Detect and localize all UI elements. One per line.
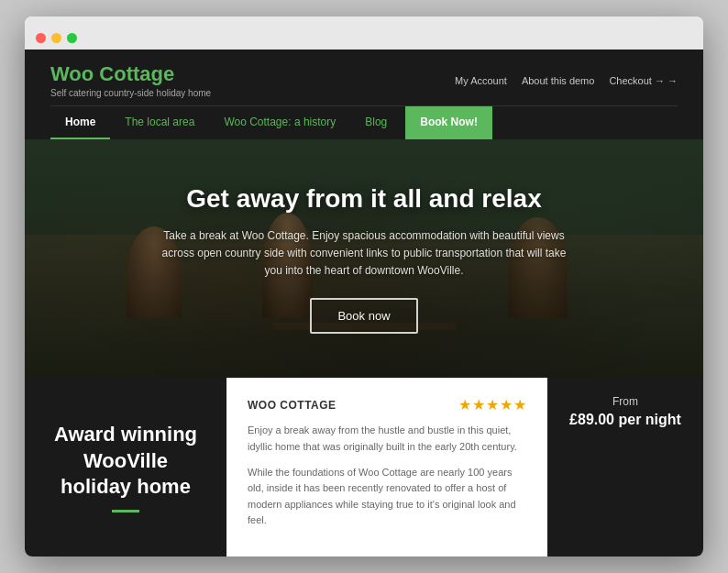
price-text: From £89.00 per night — [569, 394, 681, 430]
cottage-card: WOO COTTAGE ★★★★★ Enjoy a break away fro… — [226, 378, 547, 556]
price-from-label: From — [569, 394, 681, 410]
nav-local-area[interactable]: The local area — [110, 106, 209, 139]
nav-home[interactable]: Home — [50, 106, 110, 139]
logo-area: Woo Cottage Self catering country-side h… — [50, 62, 211, 98]
award-text: Award winning WooVille holiday home — [47, 422, 204, 512]
header-links: My Account About this demo Checkout → — [455, 75, 678, 86]
nav-book-now[interactable]: Book Now! — [405, 106, 492, 139]
browser-dot-yellow[interactable] — [51, 33, 61, 43]
bottom-section: Award winning WooVille holiday home WOO … — [25, 378, 703, 556]
card-para-2: While the foundations of Woo Cottage are… — [248, 465, 527, 529]
site-header: Woo Cottage Self catering country-side h… — [25, 50, 703, 139]
browser-window: Woo Cottage Self catering country-side h… — [25, 17, 703, 556]
header-top: Woo Cottage Self catering country-side h… — [50, 50, 678, 105]
nav-link-my-account[interactable]: My Account — [455, 75, 507, 86]
nav-blog[interactable]: Blog — [350, 106, 402, 139]
nav-bar: Home The local area Woo Cottage: a histo… — [50, 105, 678, 139]
card-stars: ★★★★★ — [458, 396, 527, 413]
logo-name[interactable]: Woo Cottage — [50, 62, 211, 86]
award-underline — [112, 510, 139, 512]
hero-title: Get away from it all and relax — [153, 183, 575, 215]
hero-section: Get away from it all and relax Take a br… — [25, 139, 703, 378]
card-title: WOO COTTAGE — [248, 399, 336, 412]
website: Woo Cottage Self catering country-side h… — [25, 50, 703, 556]
nav-link-checkout[interactable]: Checkout → — [609, 75, 678, 86]
award-panel: Award winning WooVille holiday home — [25, 378, 226, 556]
browser-chrome — [25, 17, 703, 50]
hero-content: Get away from it all and relax Take a br… — [135, 165, 593, 352]
browser-dot-green[interactable] — [67, 33, 77, 43]
award-content: Award winning WooVille holiday home — [47, 422, 204, 512]
card-header: WOO COTTAGE ★★★★★ — [248, 396, 527, 413]
hero-book-button[interactable]: Book now — [310, 298, 417, 334]
logo-tagline: Self catering country-side holiday home — [50, 88, 211, 98]
nav-history[interactable]: Woo Cottage: a history — [209, 106, 350, 139]
price-amount: £89.00 per night — [569, 412, 681, 427]
nav-link-about[interactable]: About this demo — [522, 75, 595, 86]
hero-subtitle: Take a break at Woo Cottage. Enjoy spaci… — [153, 227, 575, 281]
browser-dot-red[interactable] — [36, 33, 46, 43]
card-para-1: Enjoy a break away from the hustle and b… — [248, 423, 527, 455]
price-panel: From £89.00 per night — [547, 378, 703, 556]
